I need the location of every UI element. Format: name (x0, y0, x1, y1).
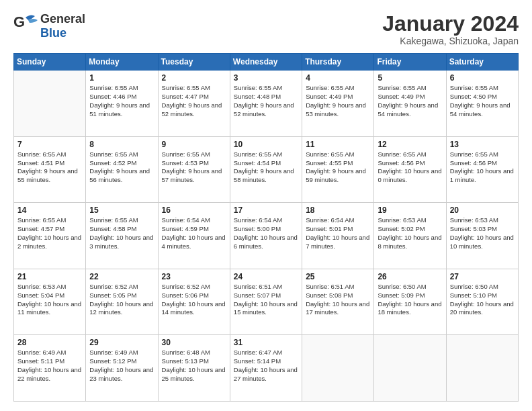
table-row (302, 335, 374, 402)
cell-info: Sunrise: 6:55 AMSunset: 4:48 PMDaylight:… (234, 84, 298, 118)
table-row: 26Sunrise: 6:50 AMSunset: 5:09 PMDayligh… (374, 269, 446, 335)
cell-info: Sunrise: 6:51 AMSunset: 5:07 PMDaylight:… (234, 283, 298, 317)
day-number: 1 (89, 73, 154, 83)
cell-info: Sunrise: 6:51 AMSunset: 5:08 PMDaylight:… (306, 283, 370, 317)
day-number: 19 (378, 205, 442, 215)
calendar-week-row: 7Sunrise: 6:55 AMSunset: 4:51 PMDaylight… (14, 136, 519, 203)
day-number: 14 (17, 205, 82, 215)
col-friday: Friday (374, 54, 446, 71)
header: G General Blue January 2024 Kakegawa, Sh… (13, 12, 519, 46)
cell-info: Sunrise: 6:50 AMSunset: 5:09 PMDaylight:… (378, 283, 442, 317)
logo-blue: Blue (40, 26, 85, 40)
cell-info: Sunrise: 6:55 AMSunset: 4:50 PMDaylight:… (450, 84, 515, 118)
table-row: 22Sunrise: 6:52 AMSunset: 5:05 PMDayligh… (86, 269, 158, 335)
table-row: 28Sunrise: 6:49 AMSunset: 5:11 PMDayligh… (14, 335, 86, 402)
svg-text:G: G (13, 13, 25, 30)
table-row: 17Sunrise: 6:54 AMSunset: 5:00 PMDayligh… (230, 203, 302, 269)
day-number: 24 (234, 272, 298, 281)
table-row: 3Sunrise: 6:55 AMSunset: 4:48 PMDaylight… (230, 71, 302, 137)
table-row: 9Sunrise: 6:55 AMSunset: 4:53 PMDaylight… (158, 136, 230, 203)
table-row: 13Sunrise: 6:55 AMSunset: 4:56 PMDayligh… (446, 136, 518, 203)
logo-icon: G (13, 12, 39, 40)
col-sunday: Sunday (14, 54, 86, 71)
table-row: 16Sunrise: 6:54 AMSunset: 4:59 PMDayligh… (158, 203, 230, 269)
day-number: 21 (17, 272, 82, 281)
day-number: 29 (89, 338, 154, 347)
col-wednesday: Wednesday (230, 54, 302, 71)
day-number: 13 (450, 140, 515, 149)
table-row (374, 335, 446, 402)
day-number: 28 (17, 338, 82, 347)
day-number: 6 (450, 73, 515, 83)
table-row: 2Sunrise: 6:55 AMSunset: 4:47 PMDaylight… (158, 71, 230, 137)
cell-info: Sunrise: 6:54 AMSunset: 5:01 PMDaylight:… (306, 216, 370, 250)
cell-info: Sunrise: 6:55 AMSunset: 4:57 PMDaylight:… (17, 216, 82, 250)
calendar-week-row: 1Sunrise: 6:55 AMSunset: 4:46 PMDaylight… (14, 71, 519, 137)
cell-info: Sunrise: 6:55 AMSunset: 4:56 PMDaylight:… (450, 150, 515, 185)
day-number: 30 (162, 338, 226, 347)
table-row: 4Sunrise: 6:55 AMSunset: 4:49 PMDaylight… (302, 71, 374, 137)
table-row: 29Sunrise: 6:49 AMSunset: 5:12 PMDayligh… (86, 335, 158, 402)
table-row: 23Sunrise: 6:52 AMSunset: 5:06 PMDayligh… (158, 269, 230, 335)
day-number: 8 (89, 140, 154, 149)
header-right: January 2024 Kakegawa, Shizuoka, Japan (382, 12, 519, 46)
day-number: 17 (234, 205, 298, 215)
table-row: 19Sunrise: 6:53 AMSunset: 5:02 PMDayligh… (374, 203, 446, 269)
day-number: 18 (306, 205, 370, 215)
cell-info: Sunrise: 6:55 AMSunset: 4:49 PMDaylight:… (306, 84, 370, 118)
cell-info: Sunrise: 6:53 AMSunset: 5:03 PMDaylight:… (450, 216, 515, 250)
cell-info: Sunrise: 6:55 AMSunset: 4:53 PMDaylight:… (162, 150, 226, 185)
table-row: 6Sunrise: 6:55 AMSunset: 4:50 PMDaylight… (446, 71, 518, 137)
day-number: 7 (17, 140, 82, 149)
cell-info: Sunrise: 6:49 AMSunset: 5:12 PMDaylight:… (89, 349, 154, 383)
table-row: 8Sunrise: 6:55 AMSunset: 4:52 PMDaylight… (86, 136, 158, 203)
table-row: 18Sunrise: 6:54 AMSunset: 5:01 PMDayligh… (302, 203, 374, 269)
location: Kakegawa, Shizuoka, Japan (382, 36, 519, 46)
cell-info: Sunrise: 6:53 AMSunset: 5:04 PMDaylight:… (17, 283, 82, 317)
table-row (446, 335, 518, 402)
day-number: 4 (306, 73, 370, 83)
col-monday: Monday (86, 54, 158, 71)
table-row: 21Sunrise: 6:53 AMSunset: 5:04 PMDayligh… (14, 269, 86, 335)
month-title: January 2024 (382, 12, 519, 36)
table-row: 1Sunrise: 6:55 AMSunset: 4:46 PMDaylight… (86, 71, 158, 137)
table-row (14, 71, 86, 137)
table-row: 7Sunrise: 6:55 AMSunset: 4:51 PMDaylight… (14, 136, 86, 203)
table-row: 24Sunrise: 6:51 AMSunset: 5:07 PMDayligh… (230, 269, 302, 335)
cell-info: Sunrise: 6:55 AMSunset: 4:54 PMDaylight:… (234, 150, 298, 185)
table-row: 20Sunrise: 6:53 AMSunset: 5:03 PMDayligh… (446, 203, 518, 269)
cell-info: Sunrise: 6:48 AMSunset: 5:13 PMDaylight:… (162, 349, 226, 383)
cell-info: Sunrise: 6:54 AMSunset: 4:59 PMDaylight:… (162, 216, 226, 250)
table-row: 14Sunrise: 6:55 AMSunset: 4:57 PMDayligh… (14, 203, 86, 269)
calendar-week-row: 28Sunrise: 6:49 AMSunset: 5:11 PMDayligh… (14, 335, 519, 402)
day-number: 23 (162, 272, 226, 281)
logo-text: General Blue (40, 12, 85, 40)
logo-general: General (40, 12, 85, 26)
table-row: 15Sunrise: 6:55 AMSunset: 4:58 PMDayligh… (86, 203, 158, 269)
cell-info: Sunrise: 6:55 AMSunset: 4:46 PMDaylight:… (89, 84, 154, 118)
cell-info: Sunrise: 6:49 AMSunset: 5:11 PMDaylight:… (17, 349, 82, 383)
day-number: 12 (378, 140, 442, 149)
page: G General Blue January 2024 Kakegawa, Sh… (0, 0, 532, 411)
day-number: 27 (450, 272, 515, 281)
calendar-week-row: 14Sunrise: 6:55 AMSunset: 4:57 PMDayligh… (14, 203, 519, 269)
day-number: 5 (378, 73, 442, 83)
calendar-header-row: Sunday Monday Tuesday Wednesday Thursday… (14, 54, 519, 71)
day-number: 25 (306, 272, 370, 281)
cell-info: Sunrise: 6:52 AMSunset: 5:06 PMDaylight:… (162, 283, 226, 317)
day-number: 15 (89, 205, 154, 215)
table-row: 25Sunrise: 6:51 AMSunset: 5:08 PMDayligh… (302, 269, 374, 335)
table-row: 5Sunrise: 6:55 AMSunset: 4:49 PMDaylight… (374, 71, 446, 137)
table-row: 10Sunrise: 6:55 AMSunset: 4:54 PMDayligh… (230, 136, 302, 203)
cell-info: Sunrise: 6:55 AMSunset: 4:55 PMDaylight:… (306, 150, 370, 185)
day-number: 26 (378, 272, 442, 281)
col-saturday: Saturday (446, 54, 518, 71)
cell-info: Sunrise: 6:54 AMSunset: 5:00 PMDaylight:… (234, 216, 298, 250)
table-row: 11Sunrise: 6:55 AMSunset: 4:55 PMDayligh… (302, 136, 374, 203)
day-number: 2 (162, 73, 226, 83)
cell-info: Sunrise: 6:55 AMSunset: 4:58 PMDaylight:… (89, 216, 154, 250)
col-thursday: Thursday (302, 54, 374, 71)
day-number: 3 (234, 73, 298, 83)
cell-info: Sunrise: 6:55 AMSunset: 4:51 PMDaylight:… (17, 150, 82, 185)
table-row: 27Sunrise: 6:50 AMSunset: 5:10 PMDayligh… (446, 269, 518, 335)
